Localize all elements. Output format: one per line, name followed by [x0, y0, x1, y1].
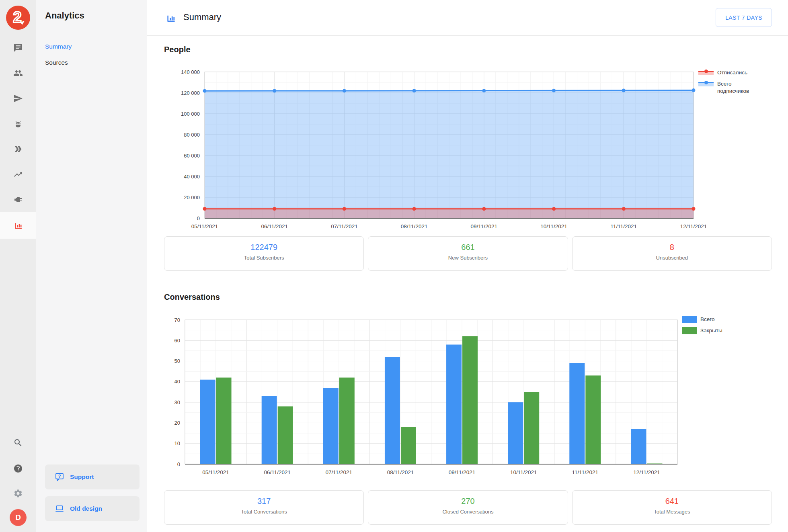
svg-text:12/11/2021: 12/11/2021 [633, 469, 660, 475]
app-root: 2 [0, 0, 788, 532]
legend-label: Всего [700, 316, 714, 323]
double-arrow-icon [13, 144, 23, 154]
bot-icon [13, 119, 23, 129]
svg-text:10: 10 [174, 440, 180, 446]
laptop-icon [55, 504, 64, 514]
plug-icon [13, 195, 23, 205]
sidebar-item-summary[interactable]: Summary [45, 43, 72, 50]
search-icon [13, 438, 23, 448]
help-icon [13, 464, 23, 473]
stat-card-total-subscribers: 122479 Total Subscribers [164, 236, 364, 271]
sidebar-item-broadcasts[interactable] [13, 94, 23, 103]
svg-text:40: 40 [174, 379, 180, 385]
stat-value: 661 [368, 243, 567, 252]
stat-label: Total Conversations [164, 509, 363, 515]
sidebar-item-sources[interactable]: Sources [45, 59, 68, 66]
stat-card-unsubscribed: 8 Unsubscribed [572, 236, 772, 271]
page-title: Analytics [45, 10, 84, 21]
svg-text:20: 20 [174, 420, 180, 426]
stat-label: New Subscribers [368, 255, 567, 261]
svg-text:70: 70 [174, 317, 180, 323]
sidebar-item-chats[interactable] [13, 43, 23, 53]
legend-label: Отписались [717, 69, 747, 76]
legend-label: Закрыты [700, 327, 722, 334]
settings-button[interactable] [13, 489, 23, 498]
header-title: Summary [183, 12, 221, 23]
support-button[interactable]: ? Support [45, 464, 140, 489]
svg-text:12/11/2021: 12/11/2021 [680, 223, 707, 229]
svg-text:40 000: 40 000 [184, 174, 200, 180]
svg-text:08/11/2021: 08/11/2021 [401, 223, 428, 229]
search-button[interactable] [13, 438, 23, 448]
legend-item-unsubscribed: Отписались [698, 69, 762, 76]
stat-value: 317 [164, 497, 363, 506]
people-icon [13, 68, 23, 78]
stat-card-closed-conversations: 270 Closed Conversations [368, 490, 568, 525]
stat-card-new-subscribers: 661 New Subscribers [368, 236, 568, 271]
svg-text:80 000: 80 000 [184, 132, 200, 138]
stat-value: 641 [573, 497, 772, 506]
svg-text:20 000: 20 000 [184, 194, 200, 201]
sidebar-item-bots[interactable] [13, 119, 23, 129]
svg-text:11/11/2021: 11/11/2021 [572, 469, 599, 475]
support-label: Support [70, 473, 94, 481]
stat-label: Unsubscribed [573, 255, 772, 261]
legend-label: Всего подписчиков [717, 80, 762, 95]
stat-value: 8 [573, 243, 772, 252]
bar-chart-icon [13, 220, 23, 230]
people-stats-row: 122479 Total Subscribers 661 New Subscri… [164, 236, 772, 271]
date-range-button[interactable]: LAST 7 DAYS [716, 8, 772, 27]
svg-text:10/11/2021: 10/11/2021 [540, 223, 567, 229]
sidebar-item-people[interactable] [13, 68, 23, 78]
svg-text:60: 60 [174, 338, 180, 344]
legend-item-total: Всего [682, 316, 722, 323]
sidebar-item-integrations[interactable] [13, 195, 23, 205]
blue-swatch [682, 316, 697, 323]
svg-text:0: 0 [177, 461, 180, 467]
blue-line-marker [698, 80, 714, 87]
svg-text:05/11/2021: 05/11/2021 [202, 469, 229, 475]
app-logo[interactable]: 2 [6, 6, 30, 30]
content-header: Summary LAST 7 DAYS [147, 0, 788, 36]
stat-card-total-messages: 641 Total Messages [572, 490, 772, 525]
legend-item-total-subscribers: Всего подписчиков [698, 80, 762, 95]
svg-text:10/11/2021: 10/11/2021 [510, 469, 537, 475]
svg-text:2: 2 [13, 9, 21, 26]
logo-icon: 2 [6, 6, 30, 30]
support-chat-icon: ? [55, 472, 64, 482]
sidebar-item-growth[interactable] [13, 170, 23, 179]
svg-text:09/11/2021: 09/11/2021 [471, 223, 498, 229]
people-chart-legend: Отписались Всего подписчиков [698, 69, 762, 95]
old-design-button[interactable]: Old design [45, 496, 140, 521]
svg-text:30: 30 [174, 399, 180, 405]
svg-text:05/11/2021: 05/11/2021 [191, 223, 218, 229]
sidebar-item-analytics[interactable] [13, 220, 23, 230]
svg-text:100 000: 100 000 [181, 111, 200, 117]
svg-text:60 000: 60 000 [184, 153, 200, 159]
main-content: Summary LAST 7 DAYS People 020 00040 000… [147, 0, 788, 532]
people-chart: 020 00040 00060 00080 000100 000120 0001… [147, 52, 788, 234]
svg-text:120 000: 120 000 [181, 90, 200, 96]
conversations-chart-legend: Всего Закрыты [682, 316, 722, 334]
sidebar-item-automation[interactable] [13, 144, 23, 154]
legend-item-closed: Закрыты [682, 327, 722, 334]
stat-label: Total Subscribers [164, 255, 363, 261]
svg-text:50: 50 [174, 358, 180, 364]
summary-bar-chart-icon [166, 12, 176, 23]
svg-text:06/11/2021: 06/11/2021 [264, 469, 291, 475]
stat-value: 122479 [164, 243, 363, 252]
svg-text:09/11/2021: 09/11/2021 [449, 469, 476, 475]
send-icon [13, 94, 23, 103]
svg-text:07/11/2021: 07/11/2021 [331, 223, 358, 229]
conversations-stats-row: 317 Total Conversations 270 Closed Conve… [164, 490, 772, 525]
analytics-sidebar: Analytics Summary Sources ? Support Old … [36, 0, 147, 532]
svg-text:140 000: 140 000 [181, 69, 200, 75]
user-avatar[interactable]: D [10, 509, 27, 526]
gear-icon [13, 489, 23, 498]
conversations-section-title: Conversations [164, 293, 220, 302]
stat-label: Closed Conversations [368, 509, 567, 515]
stat-label: Total Messages [573, 509, 772, 515]
red-line-marker [698, 69, 714, 76]
icon-rail: 2 [0, 0, 36, 532]
help-button[interactable] [13, 464, 23, 473]
